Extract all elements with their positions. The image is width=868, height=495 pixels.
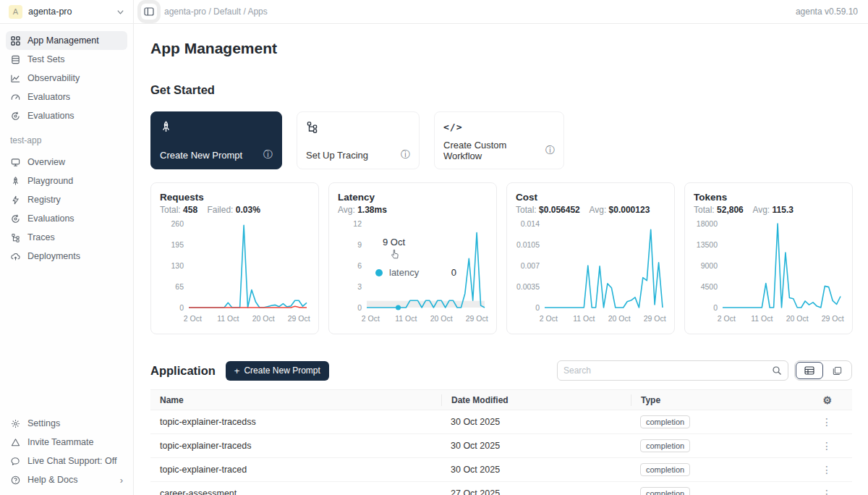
create-custom-workflow-card[interactable]: </> Create Custom Workflow ⓘ bbox=[434, 111, 564, 169]
metrics-cards: Requests Total: 458 Failed: 0.03% 260195… bbox=[150, 182, 852, 334]
table-view-button[interactable] bbox=[796, 362, 823, 379]
card-label: Create Custom Workflow bbox=[443, 140, 535, 161]
sidebar-item-label: Evaluators bbox=[27, 92, 70, 102]
column-header-type[interactable]: Type bbox=[631, 394, 788, 406]
app-version: agenta v0.59.10 bbox=[796, 7, 868, 17]
svg-text:0: 0 bbox=[535, 303, 540, 312]
svg-text:2 Oct: 2 Oct bbox=[184, 314, 202, 323]
row-menu-icon[interactable]: ⋮ bbox=[822, 440, 832, 452]
svg-text:11 Oct: 11 Oct bbox=[217, 314, 239, 323]
card-view-button[interactable] bbox=[823, 362, 851, 379]
chart-stats: Total: 458 Failed: 0.03% bbox=[160, 205, 310, 215]
info-icon[interactable]: ⓘ bbox=[253, 148, 273, 161]
sidebar-item-evaluations-app[interactable]: Evaluations bbox=[6, 209, 127, 228]
sidebar-item-traces[interactable]: Traces bbox=[6, 228, 127, 247]
series-dot-icon bbox=[375, 269, 383, 276]
tokens-chart-card: Tokens Total: 52,806 Avg: 115.3 18000135… bbox=[684, 182, 853, 334]
column-header-date-modified[interactable]: Date Modified bbox=[441, 394, 631, 406]
get-started-cards: Create New Prompt ⓘ Set Up Tracing ⓘ </>… bbox=[150, 111, 852, 169]
sidebar-item-deployments[interactable]: Deployments bbox=[6, 247, 127, 266]
workspace-name: agenta-pro bbox=[28, 7, 116, 17]
table-row[interactable]: topic-explainer-traced 30 Oct 2025 compl… bbox=[150, 458, 852, 482]
table-header: Name Date Modified Type ⚙ bbox=[150, 389, 852, 410]
search-input[interactable] bbox=[563, 365, 772, 376]
row-menu-icon[interactable]: ⋮ bbox=[822, 416, 832, 428]
breadcrumb[interactable]: agenta-pro / Default / Apps bbox=[164, 7, 268, 17]
svg-text:195: 195 bbox=[171, 240, 184, 249]
sidebar-item-label: Overview bbox=[27, 157, 65, 167]
svg-text:20 Oct: 20 Oct bbox=[608, 314, 631, 323]
sidebar-item-help-docs[interactable]: Help & Docs › bbox=[6, 470, 127, 489]
svg-text:0.007: 0.007 bbox=[521, 261, 540, 270]
sidebar-collapse-icon[interactable] bbox=[141, 4, 157, 20]
evaluations-icon bbox=[10, 111, 21, 122]
chart-tooltip: 9 Oct latency 0 bbox=[370, 234, 462, 284]
sidebar-item-label: Registry bbox=[27, 195, 61, 205]
svg-text:9000: 9000 bbox=[701, 261, 718, 270]
cost-chart-card: Cost Total: $0.056452 Avg: $0.000123 0.0… bbox=[506, 182, 675, 334]
row-menu-icon[interactable]: ⋮ bbox=[822, 488, 832, 495]
sidebar-item-live-chat-support[interactable]: Live Chat Support: Off bbox=[6, 452, 127, 470]
info-icon[interactable]: ⓘ bbox=[391, 148, 410, 161]
application-title: Application bbox=[150, 364, 216, 378]
svg-text:9: 9 bbox=[357, 240, 362, 249]
set-up-tracing-card[interactable]: Set Up Tracing ⓘ bbox=[297, 111, 420, 169]
sidebar-item-settings[interactable]: Settings bbox=[6, 414, 127, 433]
svg-text:29 Oct: 29 Oct bbox=[644, 314, 666, 323]
chevron-down-icon bbox=[116, 8, 124, 16]
sidebar-item-evaluators[interactable]: Evaluators bbox=[6, 88, 127, 106]
search-box bbox=[557, 360, 788, 381]
playground-icon bbox=[10, 176, 21, 187]
get-started-title: Get Started bbox=[150, 83, 852, 97]
app-date: 30 Oct 2025 bbox=[441, 441, 631, 451]
svg-text:2 Oct: 2 Oct bbox=[362, 314, 380, 323]
requests-chart[interactable]: 2601951306502 Oct11 Oct20 Oct29 Oct bbox=[160, 218, 310, 329]
table-row[interactable]: career-assessment 27 Oct 2025 completion… bbox=[150, 482, 852, 495]
svg-text:260: 260 bbox=[171, 219, 184, 228]
svg-text:29 Oct: 29 Oct bbox=[466, 314, 488, 323]
svg-text:4500: 4500 bbox=[701, 282, 718, 291]
create-new-prompt-card[interactable]: Create New Prompt ⓘ bbox=[150, 111, 282, 169]
search-icon[interactable] bbox=[772, 365, 782, 376]
app-name: topic-explainer-traceds bbox=[150, 441, 441, 451]
svg-text:0.0035: 0.0035 bbox=[516, 282, 540, 291]
column-header-name[interactable]: Name bbox=[150, 395, 441, 405]
cost-chart[interactable]: 0.0140.01050.0070.003502 Oct11 Oct20 Oct… bbox=[516, 218, 665, 329]
row-menu-icon[interactable]: ⋮ bbox=[822, 464, 832, 475]
sidebar-item-observability[interactable]: Observability bbox=[6, 69, 127, 88]
table-row[interactable]: topic-explainer-tracedss 30 Oct 2025 com… bbox=[150, 410, 852, 434]
create-new-prompt-button[interactable]: + Create New Prompt bbox=[226, 361, 329, 381]
type-badge: completion bbox=[640, 439, 690, 452]
sidebar-item-label: Evaluations bbox=[27, 111, 75, 121]
workspace-selector[interactable]: A agenta-pro bbox=[0, 0, 134, 23]
chevron-right-icon: › bbox=[120, 475, 123, 486]
sidebar-item-overview[interactable]: Overview bbox=[6, 153, 127, 172]
rocket-icon bbox=[160, 119, 273, 134]
svg-text:0.014: 0.014 bbox=[521, 219, 540, 228]
sidebar-item-test-sets[interactable]: Test Sets bbox=[6, 50, 127, 69]
sidebar-item-invite-teammate[interactable]: Invite Teammate bbox=[6, 433, 127, 452]
type-badge: completion bbox=[640, 415, 690, 428]
table-settings-gear-icon[interactable]: ⚙ bbox=[822, 394, 832, 406]
svg-text:2 Oct: 2 Oct bbox=[540, 314, 558, 323]
sidebar: App Management Test Sets Observability E… bbox=[0, 24, 134, 495]
cursor-icon bbox=[390, 249, 400, 260]
table-row[interactable]: topic-explainer-traceds 30 Oct 2025 comp… bbox=[150, 434, 852, 458]
workspace-avatar: A bbox=[9, 5, 22, 19]
sidebar-item-app-management[interactable]: App Management bbox=[6, 31, 127, 50]
chart-stats: Avg: 1.38ms bbox=[338, 205, 488, 215]
test-sets-icon bbox=[10, 54, 21, 65]
code-icon: </> bbox=[443, 119, 555, 134]
sidebar-item-evaluations[interactable]: Evaluations bbox=[6, 106, 127, 125]
sidebar-item-label: Test Sets bbox=[27, 54, 64, 64]
app-date: 27 Oct 2025 bbox=[441, 488, 631, 495]
tokens-chart[interactable]: 18000135009000450002 Oct11 Oct20 Oct29 O… bbox=[694, 218, 843, 329]
page-title: App Management bbox=[150, 40, 852, 57]
info-icon[interactable]: ⓘ bbox=[535, 144, 555, 157]
sidebar-item-label: Playground bbox=[27, 176, 73, 186]
evaluations-icon bbox=[10, 213, 21, 224]
sidebar-item-registry[interactable]: Registry bbox=[6, 190, 127, 209]
svg-text:20 Oct: 20 Oct bbox=[430, 314, 453, 323]
sidebar-item-playground[interactable]: Playground bbox=[6, 172, 127, 190]
sidebar-item-label: Live Chat Support: Off bbox=[27, 456, 116, 466]
